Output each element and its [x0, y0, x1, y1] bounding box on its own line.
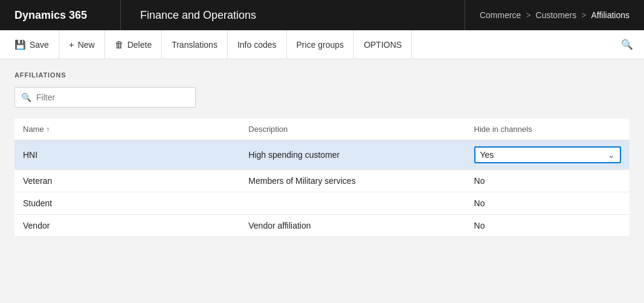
price-groups-button[interactable]: Price groups	[287, 30, 355, 59]
table-header-row: Name ↑ Description Hide in channels	[14, 119, 630, 140]
toolbar: 💾 Save + New 🗑 Delete Translations Info …	[0, 30, 644, 59]
affiliations-table: Name ↑ Description Hide in channels HNIH…	[14, 119, 630, 237]
translations-button[interactable]: Translations	[162, 30, 228, 59]
column-header-name[interactable]: Name ↑	[14, 119, 240, 140]
breadcrumb-sep1: >	[526, 10, 530, 20]
table-row[interactable]: HNIHigh spending customerYes⌄	[14, 140, 630, 170]
table-row[interactable]: VeteranMembers of Military servicesNo	[14, 170, 630, 192]
column-hide-label: Hide in channels	[474, 125, 532, 134]
save-button[interactable]: 💾 Save	[5, 30, 59, 59]
breadcrumb: Commerce > Customers > Affiliations	[465, 0, 644, 30]
module-label-container: Finance and Operations	[121, 0, 465, 30]
add-icon: +	[69, 39, 74, 50]
filter-input[interactable]	[36, 93, 189, 102]
hide-in-channels-dropdown[interactable]: Yes⌄	[474, 146, 621, 163]
brand-label: Dynamics 365	[14, 9, 87, 22]
table-row[interactable]: VendorVendor affiliationNo	[14, 215, 630, 237]
section-title: AFFILIATIONS	[14, 71, 630, 79]
cell-name: Vendor	[14, 215, 240, 237]
cell-description: Vendor affiliation	[240, 215, 465, 237]
cell-name: HNI	[14, 140, 240, 170]
breadcrumb-customers[interactable]: Customers	[536, 10, 577, 20]
sort-asc-icon: ↑	[46, 125, 50, 134]
cell-name: Student	[14, 192, 240, 215]
chevron-down-icon: ⌄	[608, 150, 615, 160]
translations-label: Translations	[172, 40, 217, 50]
delete-button[interactable]: 🗑 Delete	[105, 30, 162, 59]
breadcrumb-commerce[interactable]: Commerce	[480, 10, 521, 20]
cell-hide-in-channels: No	[466, 170, 630, 192]
cell-description: Members of Military services	[240, 170, 465, 192]
cell-hide-in-channels[interactable]: Yes⌄	[466, 140, 630, 170]
column-header-description[interactable]: Description	[240, 119, 465, 140]
breadcrumb-affiliations: Affiliations	[591, 10, 630, 20]
column-header-hide-in-channels[interactable]: Hide in channels	[466, 119, 630, 140]
delete-icon: 🗑	[115, 39, 124, 50]
column-description-label: Description	[248, 125, 288, 134]
save-label: Save	[30, 40, 49, 50]
options-button[interactable]: OPTIONS	[354, 30, 412, 59]
new-label: New	[78, 40, 95, 50]
module-label: Finance and Operations	[140, 9, 256, 22]
top-nav: Dynamics 365 Finance and Operations Comm…	[0, 0, 644, 30]
save-icon: 💾	[14, 39, 26, 50]
price-groups-label: Price groups	[297, 40, 344, 50]
cell-description: High spending customer	[240, 140, 465, 170]
search-button[interactable]: 🔍	[615, 30, 639, 59]
column-name-label: Name ↑	[23, 125, 50, 134]
cell-description	[240, 192, 465, 215]
delete-label: Delete	[127, 40, 152, 50]
filter-icon: 🔍	[21, 93, 31, 102]
cell-hide-in-channels: No	[466, 215, 630, 237]
new-button[interactable]: + New	[59, 30, 105, 59]
filter-container: 🔍	[14, 87, 196, 108]
dropdown-value: Yes	[480, 150, 494, 160]
dynamics-brand: Dynamics 365	[0, 0, 121, 30]
search-icon: 🔍	[621, 39, 633, 50]
info-codes-label: Info codes	[237, 40, 277, 50]
info-codes-button[interactable]: Info codes	[228, 30, 287, 59]
main-content: AFFILIATIONS 🔍 Name ↑ Description Hide i…	[0, 59, 644, 249]
table-row[interactable]: StudentNo	[14, 192, 630, 215]
cell-hide-in-channels: No	[466, 192, 630, 215]
options-label: OPTIONS	[364, 40, 402, 50]
cell-name: Veteran	[14, 170, 240, 192]
breadcrumb-sep2: >	[581, 10, 586, 20]
